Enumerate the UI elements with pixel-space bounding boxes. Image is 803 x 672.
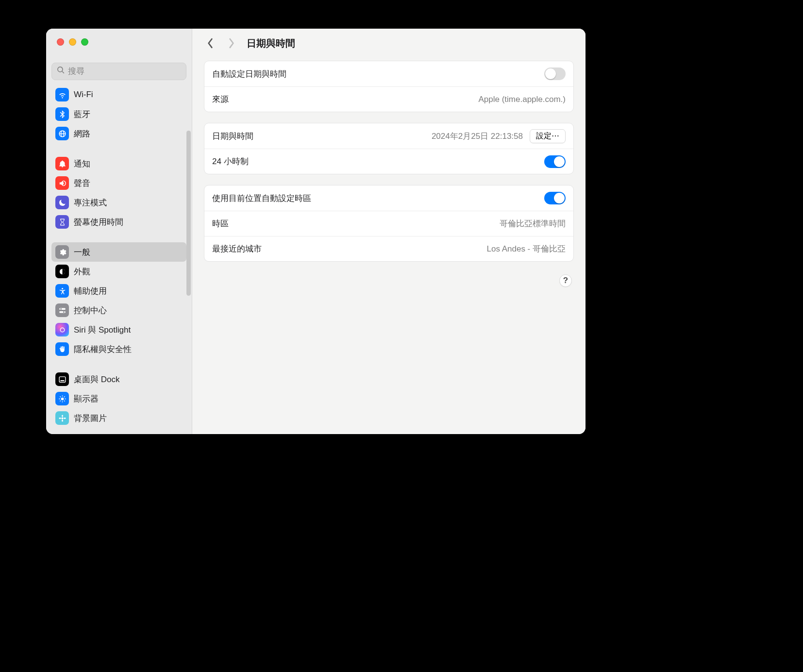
sidebar-item-label: 輔助使用 [74,286,107,297]
forward-button[interactable] [225,37,238,50]
sidebar-item-control-center[interactable]: 控制中心 [51,301,186,320]
sidebar-item-privacy[interactable]: 隱私權與安全性 [51,339,186,359]
sidebar-item-desktop-dock[interactable]: 桌面與 Dock [51,370,186,389]
row-source: 來源 Apple (time.apple.com.) [204,86,573,112]
sidebar-item-label: 隱私權與安全性 [74,344,132,355]
appearance-icon [55,265,69,278]
row-label: 使用目前位置自動設定時區 [212,193,311,204]
sidebar-item-label: 專注模式 [74,197,107,208]
minimize-button[interactable] [69,38,76,46]
row-auto-tz: 使用目前位置自動設定時區 [204,185,573,211]
dock-icon [55,372,69,386]
sliders-icon [55,303,69,317]
moon-icon [55,196,69,209]
sidebar-item-label: 螢幕使用時間 [74,217,123,228]
row-value: 哥倫比亞標準時間 [500,218,566,229]
row-value: Los Andes - 哥倫比亞 [486,243,566,254]
row-label: 24 小時制 [212,156,249,167]
sidebar-item-label: Wi-Fi [74,90,93,100]
svg-line-16 [60,401,60,401]
row-label: 自動設定日期與時間 [212,68,286,80]
svg-line-17 [64,396,65,397]
svg-point-20 [62,420,63,421]
svg-point-3 [60,308,62,309]
svg-rect-8 [60,380,65,381]
toggle-auto-datetime[interactable] [544,67,566,80]
row-label: 最接近的城市 [212,243,262,254]
card-datetime: 自動設定日期與時間 來源 Apple (time.apple.com.) [204,61,574,112]
sidebar-item-label: 桌面與 Dock [74,374,119,385]
hand-icon [55,342,69,356]
titlebar: 日期與時間 [192,29,586,58]
svg-rect-7 [59,376,66,382]
sidebar-item-label: 聲音 [74,178,90,189]
sidebar-scrollbar[interactable] [186,131,191,296]
system-settings-window: Wi-Fi 藍牙 網路 通知 [46,29,586,434]
sidebar-item-label: 通知 [74,158,90,169]
set-datetime-button[interactable]: 設定⋯ [530,129,566,143]
speaker-icon [55,176,69,190]
row-24h: 24 小時制 [204,149,573,174]
sidebar-item-sound[interactable]: 聲音 [51,173,186,193]
svg-point-18 [61,417,63,419]
sidebar-item-label: 藍牙 [74,109,90,120]
svg-point-6 [60,328,65,332]
search-icon [57,66,65,77]
svg-rect-2 [59,308,66,310]
page-title: 日期與時間 [247,37,295,50]
help-row: ? [204,272,574,287]
gear-icon [55,245,69,259]
sidebar-item-wallpaper[interactable]: 背景圖片 [51,408,186,428]
main-pane: 日期與時間 自動設定日期與時間 來源 Apple (time.apple.com… [192,29,586,434]
sidebar-item-screentime[interactable]: 螢幕使用時間 [51,212,186,232]
card-clock: 日期與時間 2024年2月25日 22:13:58 設定⋯ 24 小時制 [204,123,574,174]
search-input[interactable] [68,67,181,76]
svg-point-19 [62,415,63,417]
sidebar-item-general[interactable]: 一般 [51,242,186,262]
back-button[interactable] [204,37,217,50]
sidebar-item-bluetooth[interactable]: 藍牙 [51,104,186,124]
svg-point-22 [64,418,66,419]
siri-icon [55,323,69,336]
toggle-24h[interactable] [544,155,566,168]
sidebar-item-focus[interactable]: 專注模式 [51,193,186,212]
help-button[interactable]: ? [559,274,572,287]
zoom-button[interactable] [81,38,88,46]
sidebar-item-siri[interactable]: Siri 與 Spotlight [51,320,186,339]
svg-point-5 [63,311,64,313]
close-button[interactable] [57,38,64,46]
row-tz: 時區 哥倫比亞標準時間 [204,211,573,236]
flower-icon [55,411,69,425]
sidebar-item-appearance[interactable]: 外觀 [51,262,186,281]
svg-point-1 [61,287,63,289]
sidebar-list[interactable]: Wi-Fi 藍牙 網路 通知 [46,85,192,434]
toggle-auto-tz[interactable] [544,192,566,204]
row-label: 日期與時間 [212,131,253,142]
row-auto-datetime: 自動設定日期與時間 [204,61,573,86]
sidebar-item-label: 外觀 [74,266,90,277]
row-city: 最接近的城市 Los Andes - 哥倫比亞 [204,236,573,261]
sidebar-item-label: Siri 與 Spotlight [74,324,131,336]
sidebar-item-label: 網路 [74,128,90,139]
sidebar-item-accessibility[interactable]: 輔助使用 [51,281,186,301]
search-field-wrapper [51,63,186,80]
brightness-icon [55,392,69,405]
row-datetime: 日期與時間 2024年2月25日 22:13:58 設定⋯ [204,123,573,149]
bell-icon [55,157,69,170]
sidebar-item-notifications[interactable]: 通知 [51,154,186,173]
search-field[interactable] [51,63,186,80]
svg-line-14 [60,396,60,397]
sidebar-item-network[interactable]: 網路 [51,124,186,143]
globe-icon [55,127,69,140]
sidebar-item-displays[interactable]: 顯示器 [51,389,186,408]
svg-line-15 [64,401,65,401]
content-area: 自動設定日期與時間 來源 Apple (time.apple.com.) 日期與… [192,58,586,434]
svg-point-21 [59,418,61,419]
wifi-icon [55,88,69,101]
sidebar-item-wifi[interactable]: Wi-Fi [51,85,186,104]
sidebar: Wi-Fi 藍牙 網路 通知 [46,29,192,434]
svg-point-9 [61,397,64,400]
svg-rect-4 [59,311,66,313]
hourglass-icon [55,215,69,229]
sidebar-item-label: 一般 [74,247,90,258]
